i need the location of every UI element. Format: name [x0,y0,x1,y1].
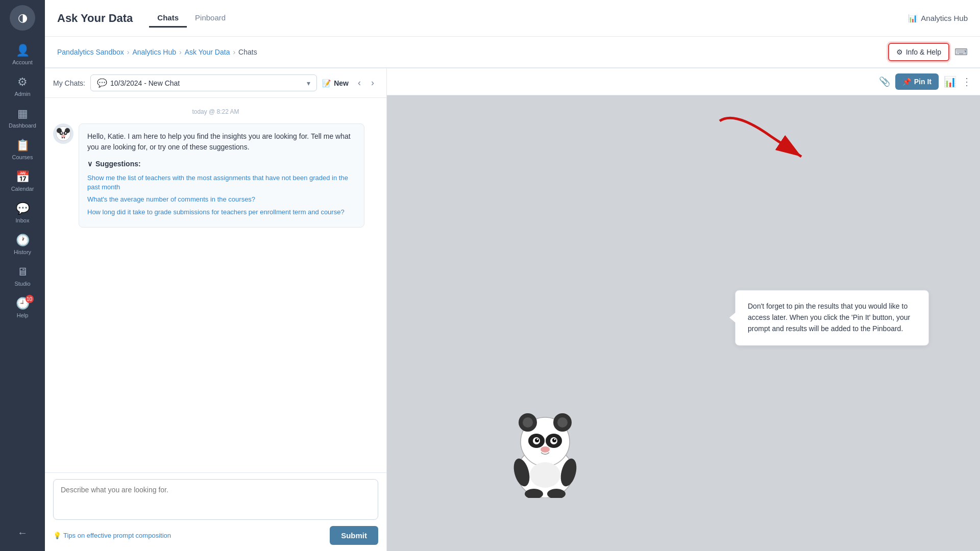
message-timestamp: today @ 8:22 AM [53,108,378,115]
sidebar-item-account[interactable]: 👤 Account [0,39,45,70]
analytics-hub-button[interactable]: 📊 Analytics Hub [908,14,968,23]
info-help-button[interactable]: ⚙ Info & Help [888,43,949,61]
messages-area: today @ 8:22 AM [45,98,386,472]
svg-point-14 [523,417,533,428]
suggestion-1[interactable]: Show me the list of teachers with the mo… [87,173,356,192]
sidebar-bottom: ← [10,520,35,546]
sidebar-label-inbox: Inbox [16,217,30,223]
sidebar-item-admin[interactable]: ⚙ Admin [0,70,45,102]
panda-avatar-svg [54,124,72,143]
lightbulb-icon: 💡 [53,532,61,539]
chat-toolbar: My Chats: 💬 10/3/2024 - New Chat ▾ 📝 New… [45,68,386,98]
suggestion-2[interactable]: What's the average number of comments in… [87,195,356,204]
message-text: Hello, Katie. I am here to help you find… [87,131,356,153]
svg-point-5 [61,132,62,134]
svg-point-23 [554,439,556,440]
info-help-label: Info & Help [906,48,941,56]
chat-select-dropdown[interactable]: 💬 10/3/2024 - New Chat ▾ [90,74,317,91]
chat-input[interactable] [53,479,378,520]
prev-arrow-icon[interactable]: ‹ [354,76,365,90]
admin-icon: ⚙ [17,76,28,89]
svg-point-7 [61,135,65,138]
chart-icon[interactable]: 📊 [944,76,957,88]
sidebar-label-dashboard: Dashboard [9,122,36,129]
suggestions-toggle[interactable]: ∨ Suggestions: [87,159,356,169]
more-options-icon[interactable]: ⋮ [962,76,972,88]
new-chat-button[interactable]: 📝 New [322,79,349,87]
sidebar-item-courses[interactable]: 📋 Courses [0,134,45,165]
breadcrumb-sandbox[interactable]: Pandalytics Sandbox [57,48,124,56]
history-icon: 🕐 [16,234,30,247]
analytics-hub-icon: 📊 [908,14,918,23]
sidebar-item-history[interactable]: 🕐 History [0,229,45,260]
tab-chats[interactable]: Chats [149,9,187,28]
sidebar-label-studio: Studio [14,281,30,287]
panda-svg [499,396,591,498]
chat-select-value: 10/3/2024 - New Chat [110,79,180,87]
arrow-annotation [704,106,817,189]
tips-label: Tips on effective prompt composition [63,532,171,539]
panda-avatar [53,123,74,144]
keyboard-icon[interactable]: ⌨ [954,46,968,58]
analytics-hub-label: Analytics Hub [921,14,968,22]
new-chat-icon: 📝 [322,79,331,87]
calendar-icon: 📅 [16,170,30,184]
help-badge-container: 🕘 10 [16,297,30,310]
main-area: Ask Your Data Chats Pinboard 📊 Analytics… [45,0,980,551]
svg-point-22 [537,439,538,440]
tooltip-text: Don't forget to pin the results that you… [748,302,910,333]
message-row: Hello, Katie. I am here to help you find… [53,123,378,228]
attach-icon[interactable]: 📎 [879,76,890,87]
studio-icon: 🖥 [17,265,28,279]
pin-it-button[interactable]: 📌 Pin It [895,73,939,90]
sidebar-label-help: Help [17,312,29,318]
sidebar-item-inbox[interactable]: 💬 Inbox [0,197,45,229]
sidebar-item-studio[interactable]: 🖥 Studio [0,260,45,292]
tips-link[interactable]: 💡 Tips on effective prompt composition [53,532,171,539]
arrow-svg [704,106,817,187]
suggestion-3[interactable]: How long did it take to grade submission… [87,208,356,217]
suggestions-label: Suggestions: [95,159,141,169]
content-area: My Chats: 💬 10/3/2024 - New Chat ▾ 📝 New… [45,68,980,551]
svg-point-25 [530,462,560,488]
input-footer: 💡 Tips on effective prompt composition S… [53,526,378,545]
input-area: 💡 Tips on effective prompt composition S… [45,472,386,551]
breadcrumb-analytics[interactable]: Analytics Hub [132,48,176,56]
sidebar-label-courses: Courses [12,154,33,160]
courses-icon: 📋 [16,139,30,152]
sidebar-label-history: History [14,249,31,255]
logo-icon: ◑ [18,11,28,24]
tab-pinboard[interactable]: Pinboard [187,9,234,28]
svg-point-9 [64,137,65,138]
right-content: Don't forget to pin the results that you… [387,95,980,551]
submit-button[interactable]: Submit [330,526,378,545]
svg-point-24 [541,446,550,453]
help-badge: 10 [26,295,34,303]
sidebar-item-help[interactable]: 🕘 10 Help [0,292,45,323]
pin-icon: 📌 [902,78,911,86]
inbox-icon: 💬 [16,202,30,215]
collapse-icon: ← [17,527,28,538]
new-chat-label: New [334,79,349,87]
next-arrow-icon[interactable]: › [367,76,378,90]
breadcrumb-sep-3: › [233,48,235,56]
breadcrumb-askdata[interactable]: Ask Your Data [185,48,230,56]
right-panel: 📎 📌 Pin It 📊 ⋮ [387,68,980,551]
sidebar-logo: ◑ [10,5,35,31]
sidebar-item-dashboard[interactable]: ▦ Dashboard [0,102,45,134]
dropdown-chevron-icon: ▾ [307,79,310,87]
sidebar-item-calendar[interactable]: 📅 Calendar [0,165,45,197]
breadcrumb-right: ⚙ Info & Help ⌨ [888,43,968,61]
sidebar-label-account: Account [12,59,33,65]
chat-panel: My Chats: 💬 10/3/2024 - New Chat ▾ 📝 New… [45,68,387,551]
info-gear-icon: ⚙ [896,48,903,56]
svg-point-15 [557,417,568,428]
suggestions-section: ∨ Suggestions: Show me the list of teach… [87,159,356,217]
topbar: Ask Your Data Chats Pinboard 📊 Analytics… [45,0,980,37]
topbar-nav: Chats Pinboard [149,9,234,28]
collapse-button[interactable]: ← [10,520,35,546]
right-toolbar: 📎 📌 Pin It 📊 ⋮ [387,68,980,95]
breadcrumb: Pandalytics Sandbox › Analytics Hub › As… [57,48,257,56]
sidebar-label-calendar: Calendar [11,186,34,192]
chat-bubble-icon: 💬 [97,78,107,88]
